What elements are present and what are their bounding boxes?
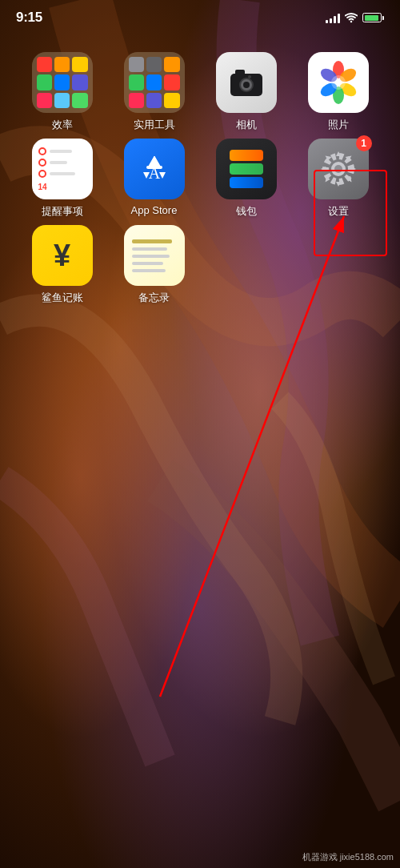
svg-rect-6 (235, 70, 245, 75)
folder-mini-6 (72, 74, 87, 90)
appstore-svg: A (135, 150, 174, 188)
photos-icon[interactable] (308, 52, 369, 113)
notes-line-2 (132, 247, 168, 251)
wallet-card-1 (230, 150, 263, 161)
folder-mini-4 (37, 74, 52, 90)
battery-tip (382, 16, 384, 20)
reminders-label: 提醒事项 (42, 204, 83, 219)
reminder-date: 14 (38, 183, 47, 191)
utilities-mini-3 (164, 57, 179, 72)
folder-mini-1 (37, 57, 52, 72)
utilities-mini-8 (146, 93, 162, 108)
wallet-cards (225, 145, 268, 193)
appstore-label: App Store (131, 204, 178, 216)
reminder-dot-2 (38, 159, 46, 167)
cny-label: 鲨鱼记账 (42, 291, 83, 305)
folder-grid-utilities (124, 52, 185, 113)
wallet-card-3 (230, 177, 263, 188)
camera-icon[interactable] (216, 52, 277, 113)
battery-icon (362, 13, 384, 22)
utilities-mini-7 (129, 93, 144, 108)
svg-point-18 (331, 75, 346, 90)
reminder-line-3 (50, 172, 75, 175)
utilities-mini-4 (129, 74, 144, 90)
folder-mini-5 (54, 74, 70, 90)
reminder-line-1 (50, 150, 72, 153)
reminder-dot-1 (38, 147, 46, 155)
signal-bar-4 (338, 14, 340, 23)
reminder-row-3 (38, 170, 75, 178)
status-time: 9:15 (16, 10, 42, 26)
app-item-camera[interactable]: 相机 (206, 52, 286, 132)
utilities-label: 实用工具 (134, 118, 175, 132)
photos-label: 照片 (328, 118, 349, 132)
app-row-1: 效率 实用工具 (16, 52, 384, 132)
svg-point-10 (248, 75, 251, 78)
app-item-wallet[interactable]: 钱包 (206, 139, 286, 219)
app-item-photos[interactable]: 照片 (298, 52, 378, 132)
empty-icon-1 (216, 225, 277, 286)
camera-svg (229, 66, 264, 98)
signal-bar-2 (330, 18, 332, 23)
utilities-mini-2 (146, 57, 162, 72)
reminder-line-2 (50, 161, 67, 164)
camera-label: 相机 (236, 118, 257, 132)
notes-icon[interactable] (124, 225, 185, 286)
svg-text:A: A (148, 164, 160, 182)
wifi-icon (345, 12, 358, 23)
cny-symbol: ¥ (54, 240, 70, 271)
home-screen: 效率 实用工具 (0, 44, 400, 756)
cny-icon[interactable]: ¥ (32, 225, 93, 286)
signal-bar-1 (326, 20, 328, 23)
folder-mini-2 (54, 57, 70, 72)
notes-line-3 (132, 255, 170, 258)
watermark: 机器游戏 jixie5188.com (302, 851, 394, 863)
reminders-content: 14 (32, 141, 93, 198)
efficiency-icon[interactable] (32, 52, 93, 113)
wallet-card-2 (230, 163, 263, 175)
app-item-empty-1 (206, 225, 286, 305)
status-icons (326, 12, 384, 23)
notes-line-5 (132, 269, 166, 272)
battery-body (362, 13, 382, 22)
settings-highlight-box (314, 170, 387, 256)
notes-label: 备忘录 (138, 291, 170, 305)
utilities-mini-9 (164, 93, 179, 108)
svg-point-9 (243, 82, 250, 88)
status-bar: 9:15 (0, 0, 400, 35)
reminder-row-2 (38, 159, 67, 167)
notes-line-4 (132, 262, 163, 265)
utilities-icon[interactable] (124, 52, 185, 113)
folder-mini-3 (72, 57, 87, 72)
photos-svg (314, 58, 362, 106)
utilities-mini-1 (129, 57, 144, 72)
wallet-icon[interactable] (216, 139, 277, 199)
notes-content (124, 231, 185, 280)
app-item-efficiency[interactable]: 效率 (22, 52, 102, 132)
signal-icon (326, 12, 340, 23)
app-item-cny[interactable]: ¥ 鲨鱼记账 (22, 225, 102, 305)
notes-line-1 (132, 239, 172, 243)
battery-fill (365, 15, 378, 21)
utilities-mini-6 (164, 74, 179, 90)
app-item-appstore[interactable]: A App Store (114, 139, 194, 219)
app-item-reminders[interactable]: 14 提醒事项 (22, 139, 102, 219)
app-item-utilities[interactable]: 实用工具 (114, 52, 194, 132)
folder-grid-efficiency (32, 52, 93, 113)
utilities-mini-5 (146, 74, 162, 90)
app-item-notes[interactable]: 备忘录 (114, 225, 194, 305)
efficiency-label: 效率 (52, 118, 73, 132)
reminder-row-1 (38, 147, 72, 155)
wallet-label: 钱包 (236, 204, 257, 219)
folder-mini-7 (37, 93, 52, 108)
signal-bar-3 (334, 16, 336, 23)
reminders-icon[interactable]: 14 (32, 139, 93, 199)
folder-mini-9 (72, 93, 87, 108)
reminder-dot-3 (38, 170, 46, 178)
folder-mini-8 (54, 93, 70, 108)
settings-badge: 1 (356, 135, 372, 151)
appstore-icon[interactable]: A (124, 139, 185, 199)
